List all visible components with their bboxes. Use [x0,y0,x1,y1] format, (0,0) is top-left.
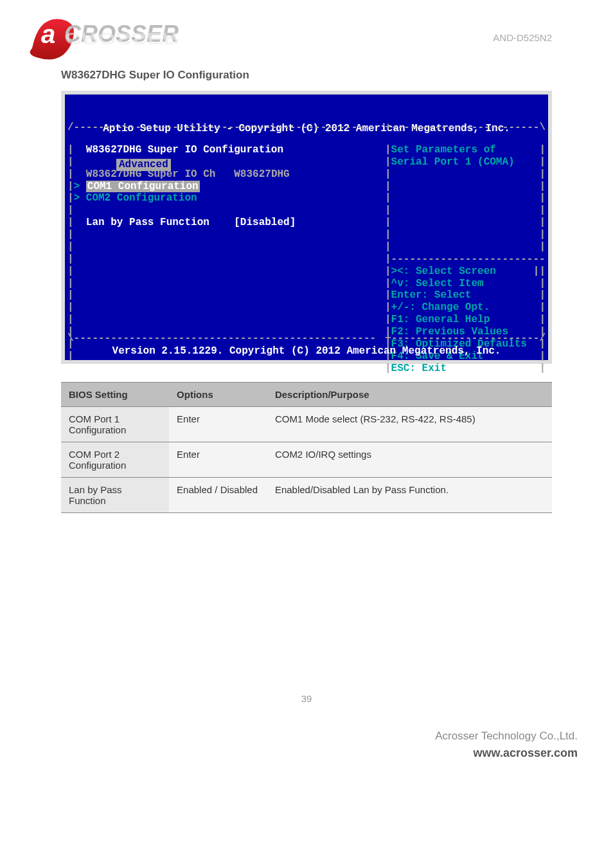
cell-options: Enter [169,442,267,478]
settings-table: BIOS Setting Options Description/Purpose… [61,382,552,513]
key-help-5: F1: General Help [391,314,490,325]
cell-desc: Enabled/Disabled Lan by Pass Function. [267,478,552,513]
cell-setting: COM Port 2 Configuration [61,442,169,478]
th-options: Options [169,383,267,407]
key-help-1: ><: Select Screen [391,266,496,277]
cell-options: Enabled / Disabled [169,478,267,513]
table-row: Lan by Pass Function Enabled / Disabled … [61,478,552,513]
cell-desc: COM2 IO/IRQ settings [267,442,552,478]
key-help-2: ^v: Select Item [391,278,484,289]
table-row: COM Port 1 Configuration Enter COM1 Mode… [61,407,552,442]
bios-version-footer: Version 2.15.1229. Copyright (C) 2012 Am… [65,345,548,357]
menu-com1[interactable]: COM1 Configuration [86,181,200,192]
table-row: COM Port 2 Configuration Enter COM2 IO/I… [61,442,552,478]
lan-bypass-value: [Disabled] [234,217,296,228]
th-setting: BIOS Setting [61,383,169,407]
key-help-4: +/-: Change Opt. [391,302,490,313]
cell-setting: Lan by Pass Function [61,478,169,513]
section-title: W83627DHG Super IO Configuration [61,69,552,82]
cell-setting: COM Port 1 Configuration [61,407,169,442]
bios-screenshot: Aptio Setup Utility - Copyright (C) 2012… [61,91,552,364]
help-text-1: Set Parameters of [391,144,496,156]
key-help-3: Enter: Select [391,289,472,301]
footer-company: Acrosser Technology Co.,Ltd. [61,730,578,743]
footer-url: www.acrosser.com [61,746,578,760]
bios-heading: W83627DHG Super IO Configuration [86,144,283,156]
key-help-9: ESC: Exit [391,363,447,374]
chip-value: W83627DHG [234,168,289,180]
svg-text:a: a [41,20,55,48]
page-number: 39 [61,693,552,704]
help-text-2: Serial Port 1 (COMA) [391,156,515,168]
menu-com2[interactable]: COM2 Configuration [86,192,197,204]
lan-bypass-label[interactable]: Lan by Pass Function [86,217,209,228]
cell-desc: COM1 Mode select (RS-232, RS-422, RS-485… [267,407,552,442]
cell-options: Enter [169,407,267,442]
svg-text:CROSSER: CROSSER [64,29,179,47]
chip-label: W83627DHG Super IO Ch [86,168,216,180]
